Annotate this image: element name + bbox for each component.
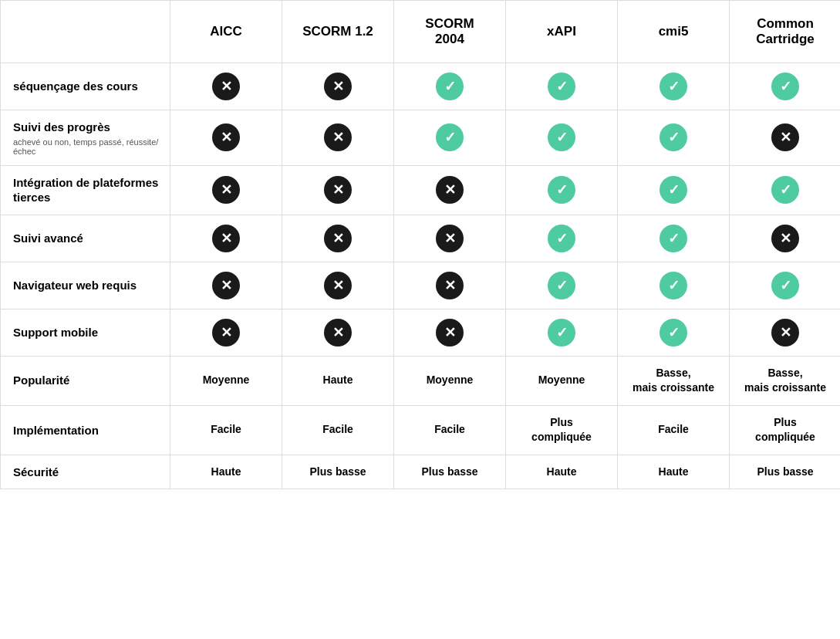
cell-text-value: Haute <box>547 465 577 478</box>
row-label-cell: Suivi des progrèsachevé ou non, temps pa… <box>1 110 170 166</box>
cell-cmi5: ✓ <box>618 110 730 166</box>
cell-cc: Pluscompliquée <box>730 405 841 455</box>
row-label-cell: Implémentation <box>1 405 170 455</box>
header-row: AICCSCORM 1.2SCORM2004xAPIcmi5CommonCart… <box>1 1 841 63</box>
cell-cc: ✕ <box>730 110 841 166</box>
check-icon: ✓ <box>436 73 464 100</box>
cell-cc: Basse,mais croissante <box>730 356 841 405</box>
cell-text-value: Pluscompliquée <box>531 416 592 444</box>
cross-icon: ✕ <box>436 225 464 252</box>
check-icon: ✓ <box>660 225 687 252</box>
cell-text-value: Facile <box>211 423 241 435</box>
row-label: Suivi avancé <box>13 232 83 245</box>
cell-cc: ✕ <box>730 309 841 356</box>
cell-text-value: Haute <box>211 465 241 478</box>
cell-scorm2004: Facile <box>394 405 506 455</box>
row-sublabel: achevé ou non, temps passé, réussite/éch… <box>13 137 164 156</box>
cell-scorm12: ✕ <box>282 215 394 262</box>
cell-scorm12: ✕ <box>282 110 394 166</box>
cell-scorm12: ✕ <box>282 63 394 110</box>
check-icon: ✓ <box>436 123 464 151</box>
cell-xapi: Haute <box>506 455 618 489</box>
cell-xapi: ✓ <box>506 165 618 215</box>
cell-text-value: Facile <box>434 423 465 435</box>
header-col-scorm12: SCORM 1.2 <box>282 1 394 63</box>
cell-scorm2004: Moyenne <box>394 356 506 405</box>
cell-text-value: Haute <box>323 374 353 386</box>
cell-scorm12: Facile <box>282 405 394 455</box>
cell-xapi: ✓ <box>506 63 618 110</box>
cell-cmi5: Basse,mais croissante <box>618 356 730 405</box>
cross-icon: ✕ <box>436 272 464 299</box>
row-label-cell: Suivi avancé <box>1 215 170 262</box>
table-row: ImplémentationFacileFacileFacilePluscomp… <box>1 405 841 455</box>
cell-xapi: ✓ <box>506 215 618 262</box>
cross-icon: ✕ <box>212 272 240 299</box>
cross-icon: ✕ <box>212 73 240 100</box>
check-icon: ✓ <box>660 176 687 204</box>
table-row: Navigateur web requis✕✕✕✓✓✓ <box>1 262 841 309</box>
cell-cmi5: ✓ <box>618 309 730 356</box>
row-label: Navigateur web requis <box>13 279 137 292</box>
row-label: Suivi des progrès <box>13 120 110 134</box>
cross-icon: ✕ <box>324 319 352 347</box>
cell-cc: Plus basse <box>730 455 841 489</box>
cell-xapi: Moyenne <box>506 356 618 405</box>
row-label: Support mobile <box>13 326 98 339</box>
cross-icon: ✕ <box>324 225 352 252</box>
check-icon: ✓ <box>660 272 687 299</box>
cell-xapi: Pluscompliquée <box>506 405 618 455</box>
table-row: séquençage des cours✕✕✓✓✓✓ <box>1 63 841 110</box>
row-label: Sécurité <box>13 465 59 478</box>
check-icon: ✓ <box>771 176 799 204</box>
cross-icon: ✕ <box>324 123 352 151</box>
cell-cmi5: Haute <box>618 455 730 489</box>
cell-scorm2004: ✕ <box>394 262 506 309</box>
cross-icon: ✕ <box>324 73 352 100</box>
table-row: Intégration de plateformes tierces✕✕✕✓✓✓ <box>1 165 841 215</box>
cell-scorm12: ✕ <box>282 309 394 356</box>
table-row: Suivi avancé✕✕✕✓✓✕ <box>1 215 841 262</box>
cell-cmi5: ✓ <box>618 215 730 262</box>
cell-scorm12: ✕ <box>282 262 394 309</box>
comparison-table: AICCSCORM 1.2SCORM2004xAPIcmi5CommonCart… <box>0 0 840 489</box>
cell-aicc: Facile <box>170 405 282 455</box>
cross-icon: ✕ <box>436 319 464 347</box>
cell-aicc: ✕ <box>170 63 282 110</box>
row-label-cell: Intégration de plateformes tierces <box>1 165 170 215</box>
cell-cc: ✓ <box>730 262 841 309</box>
cross-icon: ✕ <box>771 225 799 252</box>
row-label-cell: Navigateur web requis <box>1 262 170 309</box>
cell-text-value: Moyenne <box>427 374 474 386</box>
check-icon: ✓ <box>660 123 687 151</box>
cross-icon: ✕ <box>436 176 464 204</box>
cross-icon: ✕ <box>771 123 799 151</box>
cell-text-value: Basse,mais croissante <box>744 367 826 394</box>
cell-text-value: Facile <box>658 423 689 435</box>
cell-aicc: ✕ <box>170 262 282 309</box>
table-row: SécuritéHautePlus bassePlus basseHauteHa… <box>1 455 841 489</box>
cross-icon: ✕ <box>771 319 799 347</box>
cell-cmi5: Facile <box>618 405 730 455</box>
cell-cc: ✓ <box>730 165 841 215</box>
cross-icon: ✕ <box>324 272 352 299</box>
cell-xapi: ✓ <box>506 262 618 309</box>
cell-scorm2004: ✕ <box>394 215 506 262</box>
cell-text-value: Plus basse <box>757 465 813 478</box>
table-row: Suivi des progrèsachevé ou non, temps pa… <box>1 110 841 166</box>
cell-text-value: Moyenne <box>538 374 585 386</box>
cell-cc: ✕ <box>730 215 841 262</box>
header-col-scorm2004: SCORM2004 <box>394 1 506 63</box>
cell-aicc: ✕ <box>170 110 282 166</box>
cell-cmi5: ✓ <box>618 262 730 309</box>
row-label: séquençage des cours <box>13 79 138 93</box>
cell-aicc: ✕ <box>170 309 282 356</box>
cell-scorm2004: ✓ <box>394 63 506 110</box>
row-label: Implémentation <box>13 424 99 437</box>
row-label-cell: Support mobile <box>1 309 170 356</box>
cell-aicc: ✕ <box>170 165 282 215</box>
cell-xapi: ✓ <box>506 309 618 356</box>
cross-icon: ✕ <box>212 176 240 204</box>
check-icon: ✓ <box>548 176 575 204</box>
check-icon: ✓ <box>548 272 575 299</box>
